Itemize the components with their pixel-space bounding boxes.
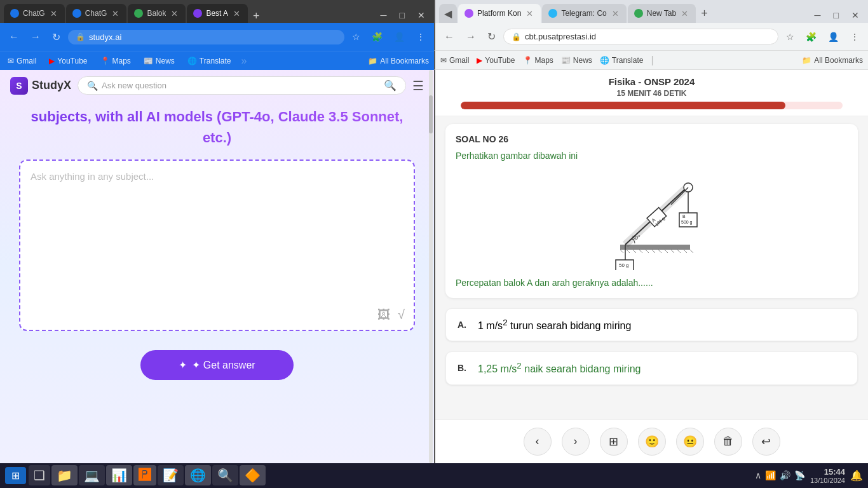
search-submit-icon[interactable]: 🔍: [384, 79, 397, 92]
close-button-right[interactable]: ✕: [846, 10, 864, 20]
chrome-button[interactable]: 🌐: [185, 465, 211, 485]
tab-chatgpt2[interactable]: ChatG ✕: [66, 4, 127, 23]
reload-button-right[interactable]: ↻: [484, 28, 499, 45]
maximize-button-left[interactable]: □: [395, 10, 410, 20]
svg-line-1: [620, 250, 623, 253]
lock-icon-right: 🔒: [512, 32, 521, 41]
profile-icon-right[interactable]: 👤: [824, 29, 843, 44]
search-icon: 🔍: [87, 81, 98, 91]
chevron-up-icon[interactable]: ∧: [755, 470, 761, 480]
more-icon-right[interactable]: ⋮: [846, 29, 863, 44]
submit-button[interactable]: ↩: [752, 428, 780, 456]
get-answer-button[interactable]: ✦ ✦ Get answer: [140, 350, 293, 380]
prev-button[interactable]: ‹: [524, 428, 552, 456]
excel-button[interactable]: 📊: [106, 465, 132, 485]
tab-close-newtab[interactable]: ✕: [680, 8, 689, 20]
tab-telegram[interactable]: Telegram: Co ✕: [542, 4, 626, 23]
chrome-button2[interactable]: 🔶: [240, 465, 266, 485]
forward-button-left[interactable]: →: [27, 29, 44, 45]
tab-besta[interactable]: Best A ✕: [187, 4, 248, 23]
neutral-icon-button[interactable]: 😐: [676, 428, 704, 456]
tab-close-platform[interactable]: ✕: [525, 8, 534, 20]
next-button[interactable]: ›: [562, 428, 590, 456]
smile-icon-button[interactable]: 🙂: [638, 428, 666, 456]
tab-new-tab-right[interactable]: New Tab ✕: [628, 4, 696, 23]
profile-icon-left[interactable]: 👤: [390, 29, 409, 44]
close-button-left[interactable]: ✕: [412, 10, 430, 20]
studyx-search-bar[interactable]: 🔍 Ask new question 🔍: [78, 76, 406, 95]
bookmark-translate-right[interactable]: 🌐 Translate: [600, 56, 644, 65]
bookmark-maps-right[interactable]: 📍 Maps: [523, 56, 553, 65]
bookmarks-separator-right: |: [651, 55, 653, 66]
forward-button-right[interactable]: →: [462, 29, 480, 45]
all-bookmarks-right[interactable]: 📁 All Bookmarks: [802, 56, 863, 65]
word-button[interactable]: 📝: [158, 465, 184, 485]
star-icon-right[interactable]: ☆: [782, 29, 798, 44]
address-bar-right[interactable]: 🔒 cbt.pusatprestasi.id: [503, 29, 778, 44]
back-button-right[interactable]: ←: [440, 29, 458, 45]
maximize-button-right[interactable]: □: [829, 10, 844, 20]
answer-option-a[interactable]: A. 1 m/s2 turun searah bidang miring: [445, 308, 858, 341]
question-input-box[interactable]: Ask anything in any subject... 🖼 √: [19, 159, 415, 331]
wifi-icon[interactable]: 📡: [794, 470, 805, 480]
formula-icon[interactable]: √: [398, 308, 405, 322]
bookmark-gmail-left[interactable]: ✉ Gmail: [5, 55, 39, 67]
tab-favicon-telegram: [548, 9, 557, 18]
svg-text:500 g: 500 g: [681, 220, 693, 225]
new-tab-button-left[interactable]: +: [249, 10, 264, 23]
soal-card: SOAL NO 26 Perhatikan gambar dibawah ini: [445, 124, 858, 298]
tab-chatgpt1[interactable]: ChatG ✕: [4, 4, 65, 23]
network-icon[interactable]: 📶: [765, 470, 776, 480]
search-button[interactable]: 🔍: [212, 465, 238, 485]
svg-line-9: [671, 250, 674, 253]
bookmark-news-left[interactable]: 📰 News: [141, 55, 177, 67]
svg-line-8: [665, 250, 668, 253]
back-button-left[interactable]: ←: [5, 29, 23, 45]
bookmark-youtube-right[interactable]: ▶ YouTube: [477, 56, 515, 65]
more-icon-left[interactable]: ⋮: [412, 29, 429, 44]
studyx-logo: S StudyX: [10, 77, 71, 95]
all-bookmarks-left[interactable]: 📁 All Bookmarks: [368, 57, 429, 65]
menu-icon[interactable]: ☰: [412, 78, 424, 93]
tab-balok[interactable]: Balok ✕: [128, 4, 186, 23]
cbt-progress-bar-fill: [461, 102, 785, 109]
scrollbar-thumb[interactable]: [429, 95, 433, 133]
option-a-text: 1 m/s2 turun searah bidang miring: [478, 318, 631, 332]
delete-button[interactable]: 🗑: [714, 428, 742, 456]
extension-icon-right[interactable]: 🧩: [802, 29, 820, 44]
minimize-button-left[interactable]: ─: [376, 10, 392, 20]
svg-text:50 g: 50 g: [619, 262, 629, 268]
powerpoint-button[interactable]: 🅿: [133, 465, 156, 485]
start-button[interactable]: ⊞: [5, 467, 26, 484]
tab-close-chatgpt1[interactable]: ✕: [49, 8, 58, 20]
tab-close-telegram[interactable]: ✕: [611, 8, 620, 20]
tab-close-chatgpt2[interactable]: ✕: [111, 8, 120, 20]
bookmark-maps-left[interactable]: 📍 Maps: [98, 55, 133, 67]
tab-close-besta[interactable]: ✕: [232, 8, 241, 20]
tab-platform-kon[interactable]: Platform Kon ✕: [458, 4, 541, 23]
collapse-button[interactable]: ◀: [439, 4, 457, 23]
reload-button-left[interactable]: ↻: [48, 29, 64, 46]
notification-icon[interactable]: 🔔: [850, 470, 863, 482]
grid-view-button[interactable]: ⊞: [600, 428, 628, 456]
bookmark-youtube-left[interactable]: ▶ YouTube: [46, 55, 90, 67]
clock[interactable]: 15:44 13/10/2024: [810, 467, 845, 484]
answer-option-b[interactable]: B. 1,25 m/s2 naik searah bidang miring: [445, 351, 858, 384]
minimize-button-right[interactable]: ─: [810, 10, 826, 20]
new-tab-button-right[interactable]: +: [697, 7, 712, 20]
bookmark-gmail-right[interactable]: ✉ Gmail: [440, 56, 469, 65]
tab-close-balok[interactable]: ✕: [170, 8, 179, 20]
option-b-text: 1,25 m/s2 naik searah bidang miring: [478, 361, 641, 375]
file-explorer-button[interactable]: 📁: [51, 465, 78, 485]
bookmark-label-youtube-left: YouTube: [57, 57, 87, 65]
extension-icon-left[interactable]: 🧩: [368, 29, 386, 44]
volume-icon[interactable]: 🔊: [780, 470, 790, 480]
vscode-button[interactable]: 💻: [79, 465, 105, 485]
svg-line-3: [633, 250, 636, 253]
bookmark-translate-left[interactable]: 🌐 Translate: [185, 55, 234, 67]
bookmark-news-right[interactable]: 📰 News: [561, 56, 592, 65]
star-icon-left[interactable]: ☆: [348, 29, 364, 44]
taskview-button[interactable]: ❑: [29, 465, 50, 485]
image-upload-icon[interactable]: 🖼: [377, 308, 390, 322]
address-bar-left[interactable]: 🔒 studyx.ai: [68, 30, 344, 44]
